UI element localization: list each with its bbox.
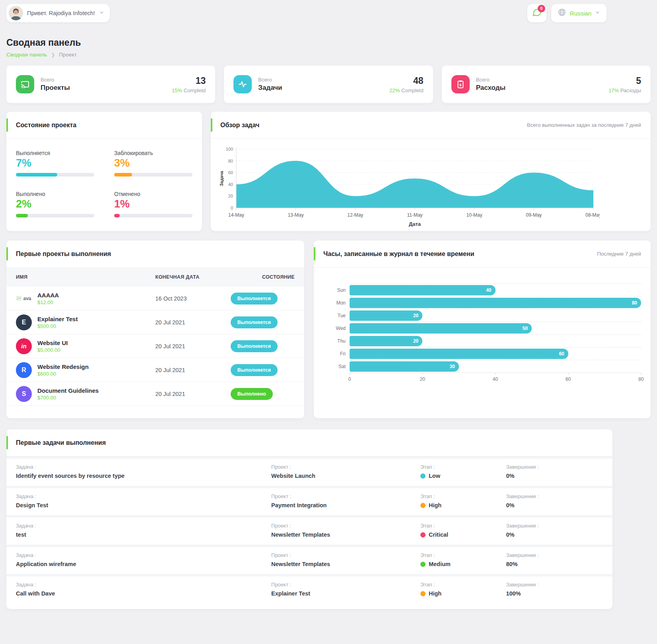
tasks-area-chart: 02040608010014-May13-May12-May11-May10-M… (211, 139, 651, 230)
task-row[interactable]: Задача : Identify event sources by resou… (6, 456, 612, 486)
table-row[interactable]: E Explainer Test $500.00 20 Jul 2021 Вып… (6, 310, 304, 334)
stage-dot (420, 503, 426, 508)
task-name: test (16, 531, 271, 538)
bar-row: Mon80 (323, 297, 641, 309)
stage-dot (420, 591, 426, 596)
hours-bar-chart: Sun40Mon80Tue20Wed50Thu20Fri60Sat3002040… (314, 268, 651, 385)
stage-label: Этап : (420, 582, 506, 588)
task-row[interactable]: Задача : test Проект : Newsletter Templa… (6, 515, 612, 545)
bar: 20 (350, 336, 422, 346)
task-name: Application wireframe (16, 561, 271, 567)
breadcrumb-current: Проект (59, 52, 76, 58)
task-row[interactable]: Задача : Design Test Проект : Payment In… (6, 486, 612, 515)
axis-tick (350, 373, 350, 375)
progress-percent: 7% (16, 157, 94, 169)
topbar: Привет. Rajodiya Infotech! 0 Russian (6, 4, 606, 22)
status-badge: Выполняется (231, 364, 278, 376)
svg-text:100: 100 (226, 147, 233, 151)
progress-item: Отменено 1% (114, 191, 192, 217)
stage-label: Этап : (420, 552, 506, 558)
card-title: Часы, записанные в журнал в течение врем… (323, 250, 474, 258)
table-row[interactable]: R Website Redesign $600.00 20 Jul 2021 В… (6, 358, 304, 382)
language-selector[interactable]: Russian (551, 4, 606, 22)
top-projects-card: Первые проекты выполнения ИМЯ КОНЕЧНАЯ Д… (6, 241, 304, 418)
bar: 80 (350, 298, 641, 308)
column-header-status: СОСТОЯНИЕ (231, 274, 295, 280)
svg-text:10-May: 10-May (467, 212, 482, 218)
svg-text:12-May: 12-May (347, 212, 363, 218)
stat-value: 48 (389, 76, 423, 86)
avatar-text: ava (23, 296, 31, 301)
user-menu[interactable]: Привет. Rajodiya Infotech! (6, 4, 110, 22)
stage-label: Этап : (420, 464, 506, 470)
progress-label: Выполняется (16, 150, 94, 156)
table-row[interactable]: ava AAAAA $12.00 16 Oct 2023 Выполняется (6, 287, 304, 310)
project-label: Проект : (271, 464, 420, 470)
stage-dot (420, 532, 426, 537)
bar-track: 50 (350, 323, 641, 334)
project-name: Website UI (37, 339, 68, 346)
card-subtitle: Всего выполненных задач за последние 7 д… (527, 122, 641, 128)
completion-label: Завершение : (506, 464, 603, 470)
progress-item: Выполнено 2% (16, 191, 94, 217)
topbar-actions: 0 Russian (527, 4, 606, 22)
project-label: Проект : (271, 552, 420, 558)
stat-label: Задачи (258, 84, 282, 92)
bar-category-label: Sat (323, 364, 346, 369)
project-name: Explainer Test (37, 316, 78, 322)
progress-item: Выполняется 7% (16, 150, 94, 177)
task-row[interactable]: Задача : Application wireframe Проект : … (6, 545, 612, 574)
progress-fill (16, 214, 28, 217)
table-row[interactable]: in Website UI $5,000.00 20 Jul 2021 Выпо… (6, 334, 304, 358)
bar-track: 60 (350, 349, 641, 359)
bar: 40 (350, 285, 496, 295)
page-head: Сводная панель Сводная панель ❯ Проект (6, 37, 651, 58)
messages-button[interactable]: 0 (527, 4, 546, 22)
project-end-date: 20 Jul 2021 (156, 343, 231, 349)
breadcrumb: Сводная панель ❯ Проект (6, 52, 651, 58)
bar-category-label: Tue (323, 313, 346, 318)
avatar-text: R (21, 367, 26, 374)
bar-row: Wed50 (323, 322, 641, 334)
bar-track: 40 (350, 285, 641, 295)
task-stage: Medium (420, 561, 506, 567)
card-title: Первые проекты выполнения (16, 250, 111, 258)
svg-text:60: 60 (228, 170, 233, 175)
bar-track: 20 (350, 336, 641, 346)
axis-tick-label: 40 (493, 376, 498, 382)
stat-value: 5 (608, 76, 641, 86)
stat-label-top: Всего (476, 77, 505, 83)
svg-text:Задача: Задача (219, 171, 224, 186)
chevron-down-icon (99, 10, 104, 17)
bar-value-label: 40 (486, 287, 491, 293)
project-price: $700.00 (37, 395, 99, 401)
stat-card-tasks: Всего Задачи 48 22% Completd (224, 66, 433, 103)
project-price: $5,000.00 (37, 347, 68, 353)
area-series (236, 161, 593, 208)
task-row[interactable]: Задача : Call with Dave Проект : Explain… (6, 574, 612, 603)
project-avatar: S (16, 386, 32, 402)
bar-category-label: Wed (323, 326, 346, 331)
stat-subtext: 22% Completd (389, 87, 423, 93)
task-project: Website Launch (271, 473, 420, 479)
area-chart-svg: 02040608010014-May13-May12-May11-May10-M… (218, 144, 600, 229)
axis-tick (496, 373, 496, 375)
card-title: Состояние проекта (16, 122, 76, 129)
broken-image-icon (16, 295, 22, 301)
table-row[interactable]: S Document Guidelines $700.00 20 Jul 202… (6, 382, 304, 406)
breadcrumb-home-link[interactable]: Сводная панель (6, 52, 47, 58)
task-completion: 0% (506, 473, 603, 479)
svg-text:11-May: 11-May (407, 212, 422, 218)
task-project: Payment Integration (271, 502, 420, 508)
bar-track: 30 (350, 361, 641, 372)
progress-fill (114, 173, 132, 177)
tasks-overview-card: Обзор задач Всего выполненных задач за п… (211, 112, 651, 231)
progress-fill (114, 214, 120, 217)
language-label: Russian (570, 10, 591, 17)
svg-text:80: 80 (228, 159, 233, 163)
table-body: ava AAAAA $12.00 16 Oct 2023 Выполняется (6, 287, 304, 406)
completion-label: Завершение : (506, 523, 603, 529)
task-label: Задача : (16, 523, 271, 529)
project-end-date: 20 Jul 2021 (156, 319, 231, 326)
bar-row: Tue20 (323, 309, 641, 322)
